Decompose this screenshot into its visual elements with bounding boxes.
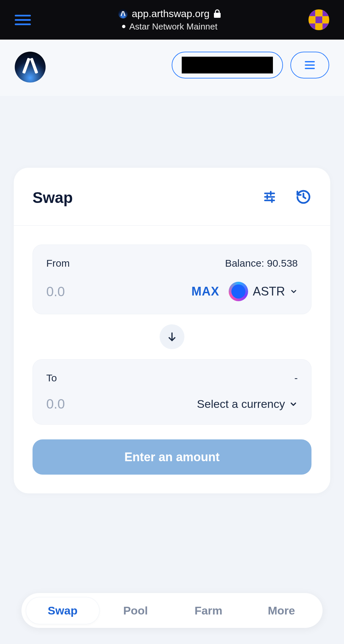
app-topnav: [0, 40, 344, 96]
lock-icon: [214, 9, 221, 18]
swap-direction-button[interactable]: [160, 324, 184, 349]
network-status-dot-icon: [122, 25, 125, 28]
arrow-down-icon: [166, 331, 178, 342]
select-currency-label: Select a currency: [197, 397, 285, 411]
app-logo-icon[interactable]: [15, 52, 46, 83]
browser-menu-icon[interactable]: [15, 15, 31, 25]
wallet-address-button[interactable]: [172, 52, 283, 78]
browser-url: app.arthswap.org: [132, 8, 210, 19]
swap-action-button[interactable]: Enter an amount: [33, 439, 311, 475]
tab-pool[interactable]: Pool: [99, 597, 172, 624]
swap-card-header: Swap: [14, 168, 330, 226]
tab-more[interactable]: More: [245, 597, 318, 624]
swap-title: Swap: [33, 189, 73, 207]
svg-line-7: [303, 197, 305, 198]
to-label: To: [46, 372, 57, 384]
to-balance: -: [294, 372, 298, 384]
from-token-select[interactable]: ASTR: [229, 282, 298, 301]
app-menu-button[interactable]: [290, 52, 329, 78]
to-token-select[interactable]: Select a currency: [197, 397, 298, 411]
swap-action-label: Enter an amount: [124, 450, 220, 464]
astr-token-icon: [229, 282, 248, 301]
from-label: From: [46, 258, 70, 269]
to-amount-input[interactable]: [46, 396, 113, 412]
browser-bar: app.arthswap.org Astar Network Mainnet: [0, 0, 344, 40]
chevron-down-icon: [289, 400, 298, 409]
browser-profile-avatar[interactable]: [308, 9, 329, 30]
tab-swap[interactable]: Swap: [26, 597, 99, 624]
wallet-address-redacted: [182, 57, 273, 73]
network-label: Astar Network Mainnet: [129, 21, 218, 32]
chevron-down-icon: [290, 287, 298, 296]
history-icon: [295, 189, 311, 205]
swap-to-box: To - Select a currency: [33, 359, 311, 425]
settings-button[interactable]: [263, 190, 277, 205]
from-token-name: ASTR: [253, 284, 285, 299]
from-amount-input[interactable]: [46, 284, 113, 299]
max-button[interactable]: MAX: [191, 284, 219, 299]
from-balance: Balance: 90.538: [225, 258, 298, 269]
swap-from-box: From Balance: 90.538 MAX ASTR: [33, 245, 311, 314]
browser-address-area[interactable]: app.arthswap.org Astar Network Mainnet: [31, 8, 308, 32]
history-button[interactable]: [295, 189, 311, 206]
bottom-tab-bar: Swap Pool Farm More: [21, 593, 323, 628]
hamburger-icon: [305, 61, 315, 69]
tab-farm[interactable]: Farm: [172, 597, 245, 624]
site-favicon-icon: [118, 9, 128, 18]
swap-card: Swap From Balance: 90.538 MAX ASTR: [14, 168, 330, 493]
sliders-icon: [263, 190, 277, 204]
